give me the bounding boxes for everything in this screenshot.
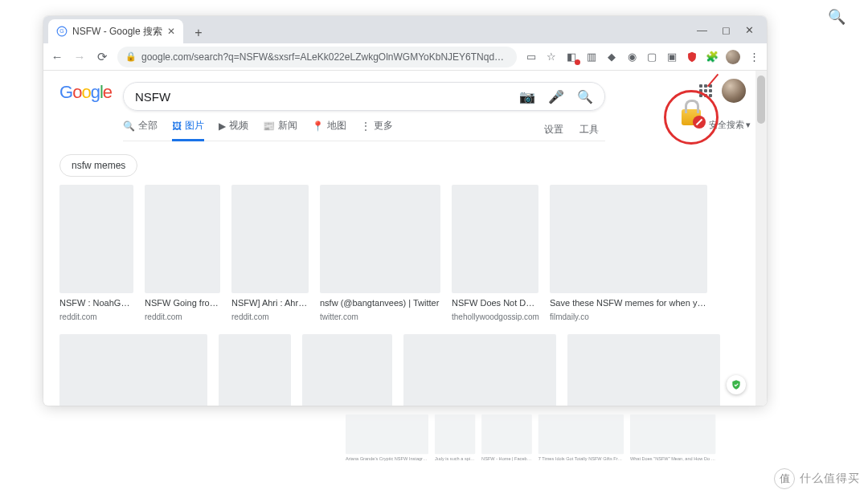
tab-strip: G NSFW - Google 搜索 ✕ + — ◻ ✕: [43, 16, 767, 43]
nav-back-button[interactable]: ←: [50, 50, 64, 63]
url-text: google.com/search?q=NSFW&sxsrf=ALeKk022e…: [141, 51, 509, 63]
result-card[interactable]: Judy is such a spiritual...: [219, 334, 291, 406]
search-icon: 🔍: [123, 120, 135, 132]
result-card[interactable]: Save these NSFW memes for when you're of…: [550, 185, 707, 321]
profile-avatar-icon[interactable]: [726, 50, 740, 64]
result-thumbnail: [403, 334, 556, 406]
bookmark-icon[interactable]: ☆: [545, 51, 558, 63]
new-tab-button[interactable]: +: [188, 22, 209, 43]
blocker-extension-icon[interactable]: [686, 51, 698, 63]
safesearch-dropdown[interactable]: 安全搜索 ▾: [709, 119, 751, 131]
safesearch-label: 安全搜索: [709, 119, 744, 131]
result-card[interactable]: nsfw (@bangtanvees) | Twittertwitter.com: [320, 185, 440, 321]
image-icon: 🖼: [172, 120, 182, 132]
tab-more[interactable]: ⋮更多: [361, 119, 393, 141]
result-thumbnail: [219, 334, 291, 406]
result-thumbnail: [567, 334, 720, 406]
watermark-text: 什么值得买: [800, 472, 860, 486]
extension-icon[interactable]: ◧: [565, 51, 578, 63]
search-box[interactable]: 📷 🎤 🔍: [123, 82, 605, 111]
result-thumbnail: [145, 185, 220, 293]
search-by-image-icon[interactable]: 📷: [519, 89, 535, 104]
tab-all[interactable]: 🔍全部: [123, 119, 158, 141]
result-title: NSFW] Ahri : AhriMains: [231, 298, 309, 308]
result-source: filmdaily.co: [550, 312, 707, 321]
browser-window: G NSFW - Google 搜索 ✕ + — ◻ ✕ ← → ⟳ 🔒 goo…: [43, 16, 767, 406]
search-input[interactable]: [135, 90, 519, 104]
tab-images[interactable]: 🖼图片: [172, 119, 204, 141]
window-controls: — ◻ ✕: [687, 16, 764, 43]
result-card[interactable]: Ariana Grande's Cryptic NSFW Instagram P…: [59, 334, 207, 406]
extension-icon[interactable]: ◆: [605, 51, 618, 63]
result-card[interactable]: NSFW - Home | Facebook: [302, 334, 392, 406]
window-minimize-button[interactable]: —: [697, 24, 707, 36]
extensions-menu-icon[interactable]: 🧩: [706, 51, 719, 63]
window-maximize-button[interactable]: ◻: [722, 24, 731, 36]
browser-menu-button[interactable]: ⋮: [747, 51, 760, 63]
settings-link[interactable]: 设置: [544, 123, 563, 137]
extension-icons: ▭ ☆ ◧ ▥ ◆ ◉ ▢ ▣ 🧩 ⋮: [525, 50, 760, 64]
watermark-icon: 值: [774, 468, 795, 489]
favicon-google-icon: G: [56, 26, 68, 37]
result-source: thehollywoodgossip.com: [452, 312, 538, 321]
tab-maps[interactable]: 📍地图: [312, 119, 346, 141]
google-header-right: [699, 79, 746, 103]
result-source: reddit.com: [231, 312, 309, 321]
result-thumbnail: [231, 185, 309, 293]
result-thumbnail: [320, 185, 440, 293]
page-viewport: 安全搜索 ▾ Google 📷 🎤 🔍: [43, 71, 767, 406]
browser-toolbar: ← → ⟳ 🔒 google.com/search?q=NSFW&sxsrf=A…: [43, 43, 767, 71]
tools-link[interactable]: 工具: [579, 123, 599, 137]
result-source: reddit.com: [145, 312, 220, 321]
nav-forward-button[interactable]: →: [72, 50, 87, 63]
tab-news[interactable]: 📰新闻: [263, 119, 297, 141]
nav-reload-button[interactable]: ⟳: [95, 50, 109, 64]
lock-icon: 🔒: [125, 51, 137, 62]
result-card[interactable]: What Does "NSFW" Mean, and How Do You Us…: [567, 334, 720, 406]
extension-icon[interactable]: ▢: [645, 51, 658, 63]
chip-nsfw-memes[interactable]: nsfw memes: [59, 154, 137, 177]
google-apps-icon[interactable]: [699, 84, 712, 97]
google-account-avatar[interactable]: [722, 79, 746, 103]
more-icon: ⋮: [361, 120, 371, 132]
result-title: NSFW : NoahGetTheBoat: [59, 298, 133, 308]
page-search-icon[interactable]: 🔍: [828, 8, 845, 26]
video-icon: ▶: [219, 120, 226, 132]
result-card[interactable]: NSFW Going from Ds to 0, ...reddit.com: [145, 185, 220, 321]
tab-videos[interactable]: ▶视频: [219, 119, 248, 141]
scrollbar-thumb[interactable]: [757, 76, 765, 124]
result-title: NSFW Going from Ds to 0, ...: [145, 298, 220, 308]
result-card[interactable]: NSFW] Ahri : AhriMainsreddit.com: [231, 185, 309, 321]
chevron-down-icon: ▾: [746, 120, 751, 130]
watermark: 值 什么值得买: [774, 468, 860, 489]
google-images-page: 安全搜索 ▾ Google 📷 🎤 🔍: [43, 71, 767, 406]
result-source: twitter.com: [320, 312, 440, 321]
address-bar[interactable]: 🔒 google.com/search?q=NSFW&sxsrf=ALeKk02…: [117, 47, 517, 67]
result-thumbnail: [302, 334, 392, 406]
google-logo[interactable]: Google: [59, 82, 112, 103]
results-row-2: Ariana Grande's Cryptic NSFW Instagram P…: [59, 334, 751, 406]
result-card[interactable]: NSFW Does Not Do This J...thehollywoodgo…: [452, 185, 538, 321]
results-row-1: NSFW : NoahGetTheBoatreddit.com NSFW Goi…: [59, 185, 751, 321]
background-duplicate: Ariana Grande's Cryptic NSFW Instagram P…: [346, 414, 751, 461]
window-close-button[interactable]: ✕: [745, 24, 754, 36]
scrollbar-track[interactable]: [755, 71, 767, 406]
result-source: reddit.com: [59, 312, 133, 321]
search-category-tabs: 🔍全部 🖼图片 ▶视频 📰新闻 📍地图 ⋮更多 设置 工具: [123, 111, 605, 141]
extension-icon[interactable]: ▥: [585, 51, 598, 63]
result-card[interactable]: NSFW : NoahGetTheBoatreddit.com: [59, 185, 133, 321]
tab-close-icon[interactable]: ✕: [167, 26, 175, 37]
browser-tab[interactable]: G NSFW - Google 搜索 ✕: [48, 19, 183, 43]
result-title: nsfw (@bangtanvees) | Twitter: [320, 298, 440, 308]
svg-text:G: G: [59, 28, 63, 34]
extension-icon[interactable]: ◉: [625, 51, 638, 63]
voice-search-icon[interactable]: 🎤: [548, 89, 564, 104]
shield-check-badge[interactable]: [727, 375, 746, 394]
cast-icon[interactable]: ▭: [525, 51, 538, 63]
result-thumbnail: [550, 185, 707, 293]
map-pin-icon: 📍: [312, 120, 324, 132]
result-card[interactable]: 7 Times Idols Got Totally NSFW Gifts Fro…: [403, 334, 556, 406]
search-button-icon[interactable]: 🔍: [577, 89, 593, 104]
result-thumbnail: [59, 185, 133, 293]
extension-icon[interactable]: ▣: [665, 51, 678, 63]
